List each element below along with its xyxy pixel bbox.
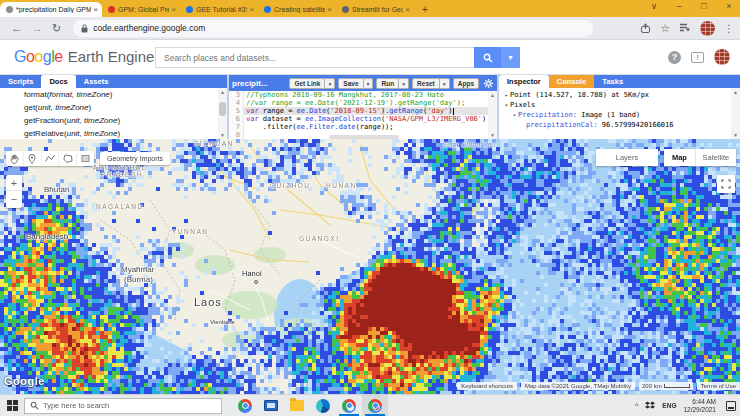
inspector-row[interactable]: precipitationCal: 96.57999420166016 (503, 120, 730, 130)
dropdown-caret-icon[interactable]: ▼ (440, 78, 450, 89)
get-link-button[interactable]: Get Link▼ (289, 78, 335, 89)
polygon-icon[interactable] (59, 151, 77, 166)
expand-arrow-icon[interactable]: ▸ (503, 90, 510, 100)
notification-center-icon[interactable] (726, 401, 736, 411)
terms-of-use-link[interactable]: Terms of Use (697, 382, 740, 390)
editor-file-tab[interactable]: precipit... (232, 79, 268, 88)
minimize-icon[interactable]: – (672, 1, 686, 11)
tab-close-icon[interactable]: × (171, 5, 176, 14)
docs-scrollbar[interactable]: ▲▼ (218, 88, 227, 139)
extension-avatar-icon[interactable] (700, 21, 715, 36)
panel-tab-scripts[interactable]: Scripts (0, 75, 41, 88)
reset-button[interactable]: Reset▼ (412, 78, 450, 89)
layers-button[interactable]: Layers (596, 149, 658, 166)
scroll-up-icon[interactable]: ▲ (218, 89, 227, 95)
browser-tab[interactable]: GPM: Global Precipitation× (102, 2, 180, 17)
reload-icon[interactable]: ↻ (52, 22, 61, 35)
address-bar[interactable]: code.earthengine.google.com (73, 20, 593, 37)
save-button[interactable]: Save▼ (338, 78, 373, 89)
fullscreen-button[interactable] (717, 175, 735, 193)
editor-scrollbar[interactable]: ▲▼ (488, 91, 497, 139)
browser-tab[interactable]: Creating satellite timelap× (258, 2, 336, 17)
taskbar-clock[interactable]: 6:44 AM 12/29/2021 (683, 398, 716, 414)
dropbox-icon[interactable] (645, 401, 655, 410)
tray-chevron-icon[interactable]: ^ (635, 402, 638, 409)
inspector-row[interactable]: ▾Precipitation: Image (1 band) (503, 110, 730, 120)
forward-icon[interactable]: → (32, 22, 43, 34)
point-marker-icon[interactable] (24, 151, 42, 166)
taskbar-remote-desktop-icon[interactable] (258, 395, 284, 416)
code-line[interactable]: 4//var range = ee.Date('2021-12-19').get… (229, 99, 497, 107)
scroll-up-icon[interactable]: ▲ (488, 92, 497, 98)
tab-close-icon[interactable]: × (93, 5, 98, 14)
tab-close-icon[interactable]: × (327, 5, 332, 14)
panel-tab-assets[interactable]: Assets (76, 75, 117, 88)
gee-search-dropdown[interactable]: ▼ (501, 47, 520, 68)
back-icon[interactable]: ← (11, 22, 22, 34)
expand-arrow-icon[interactable]: ▾ (503, 100, 510, 110)
scroll-down-icon[interactable]: ▼ (731, 132, 740, 138)
map-area[interactable]: SICHUANEast China SeaARUNACHALPRADESHGUI… (0, 139, 740, 394)
code-line[interactable]: 6var dataset = ee.ImageCollection('NASA/… (229, 115, 497, 123)
expand-arrow-icon[interactable]: ▾ (511, 110, 518, 120)
taskbar-search[interactable]: Type here to search (24, 398, 222, 414)
window-menu-icon[interactable]: ∨ (647, 1, 661, 11)
taskbar-chrome-icon[interactable] (232, 395, 258, 416)
tab-close-icon[interactable]: × (405, 5, 410, 14)
keyboard-shortcuts-link[interactable]: Keyboard shortcuts (457, 382, 517, 390)
panel-tab-console[interactable]: Console (549, 75, 595, 88)
gee-search-input[interactable] (155, 47, 474, 68)
dropdown-caret-icon[interactable]: ▼ (399, 78, 409, 89)
bookmark-star-icon[interactable]: ☆ (660, 22, 670, 35)
browser-tab[interactable]: GEE Tutorial #39 - How t× (180, 2, 258, 17)
inspector-row[interactable]: ▾Pixels (503, 100, 730, 110)
doc-item[interactable]: format(format, timeZone) (0, 88, 227, 101)
panel-tab-tasks[interactable]: Tasks (594, 75, 631, 88)
help-icon[interactable]: ? (668, 51, 681, 64)
apps-button[interactable]: Apps (453, 78, 479, 89)
taskbar-file-explorer-icon[interactable] (284, 395, 310, 416)
panel-tab-inspector[interactable]: Inspector (499, 75, 549, 88)
taskbar-chrome-profile2-icon[interactable] (336, 395, 362, 416)
run-button[interactable]: Run▼ (376, 78, 409, 89)
code-line[interactable]: 3//Typhoons 2018-09-16 Mangkhut, 2017-08… (229, 91, 497, 99)
pan-hand-icon[interactable] (6, 151, 24, 166)
code-line[interactable]: 7 .filter(ee.Filter.date(range)); (229, 123, 497, 131)
reading-list-icon[interactable] (679, 23, 691, 33)
taskbar-edge-icon[interactable] (310, 395, 336, 416)
geometry-imports-button[interactable]: Geometry Imports (100, 152, 170, 165)
inspector-row[interactable]: ▸Point (114.527, 18.788) at 5Km/px (503, 90, 730, 100)
dropdown-caret-icon[interactable]: ▼ (364, 78, 374, 89)
zoom-out-button[interactable]: − (6, 191, 22, 207)
new-tab-button[interactable]: + (418, 3, 432, 17)
feedback-icon[interactable]: ! (691, 52, 704, 63)
code-line[interactable]: 5var range = ee.Date('2018-09-15').getRa… (229, 107, 497, 115)
panel-tab-docs[interactable]: Docs (41, 75, 75, 88)
browser-tab[interactable]: *precipitation Daily GPM× (0, 2, 102, 17)
scroll-down-icon[interactable]: ▼ (488, 132, 497, 138)
map-type-map[interactable]: Map (664, 149, 696, 166)
maximize-icon[interactable]: □ (697, 1, 711, 11)
share-icon[interactable] (640, 23, 651, 34)
scroll-down-icon[interactable]: ▼ (218, 132, 227, 138)
profile-avatar[interactable] (714, 49, 730, 65)
inspector-scrollbar[interactable]: ▲▼ (731, 88, 740, 139)
zoom-in-button[interactable]: + (6, 175, 22, 191)
taskbar-chrome-active-icon[interactable] (362, 395, 388, 416)
tab-close-icon[interactable]: × (249, 5, 254, 14)
browser-menu-icon[interactable]: ⋮ (724, 23, 734, 34)
language-indicator[interactable]: ENG (662, 402, 676, 409)
map-type-satellite[interactable]: Satellite (696, 149, 736, 166)
close-icon[interactable]: × (722, 1, 736, 11)
browser-tab[interactable]: Streamlit for Geospatial× (336, 2, 414, 17)
gear-icon[interactable] (483, 78, 494, 89)
rectangle-icon[interactable] (77, 151, 94, 166)
code-area[interactable]: 3//Typhoons 2018-09-16 Mangkhut, 2017-08… (229, 91, 497, 139)
gee-search-button[interactable] (474, 47, 501, 68)
doc-item[interactable]: getFraction(unit, timeZone) (0, 114, 227, 127)
doc-item[interactable]: getRelative(unit, timeZone) (0, 127, 227, 139)
doc-item[interactable]: get(unit, timeZone) (0, 101, 227, 114)
start-button[interactable] (0, 400, 24, 411)
dropdown-caret-icon[interactable]: ▼ (325, 78, 335, 89)
scroll-up-icon[interactable]: ▲ (731, 89, 740, 95)
